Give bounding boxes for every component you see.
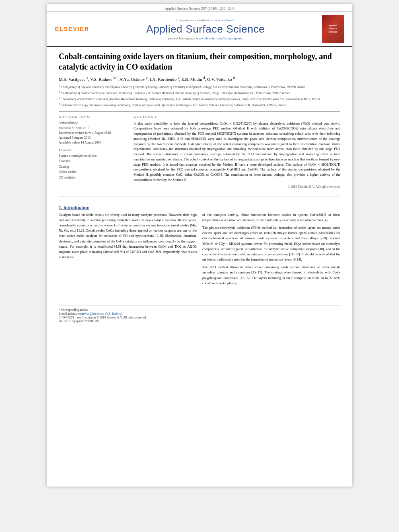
elsevier-logo-area: ELSEVIER <box>53 21 89 37</box>
intro-two-col: Catalysts based on noble metals are wide… <box>59 212 340 288</box>
header-banner: ELSEVIER Contents lists available at Sci… <box>47 12 352 47</box>
homepage-line: journal homepage: www.elsevier.com/locat… <box>89 36 322 40</box>
page: Applied Surface Science 257 (2010) 1239–… <box>47 4 352 487</box>
revised-date: Received in revised form 4 August 2010 <box>59 131 123 136</box>
article-info-col: ARTICLE INFO Article history: Received 2… <box>59 115 127 189</box>
main-body: 1. Introduction Catalysts based on noble… <box>47 197 352 296</box>
affiliation-c: c c Laboratory of Electron Structure and… <box>59 96 340 101</box>
intro-right-para2: The plasma-electrolytic oxidation (PEO) … <box>202 225 340 262</box>
abstract-col: ABSTRACT In this study possibility to fo… <box>134 115 340 189</box>
affiliation-d: d d Electron Microscopy and Image Proces… <box>59 102 340 107</box>
intro-right-para3: The PEO method allows to obtain cobalt-c… <box>202 265 340 286</box>
intro-right-col: of the catalysts activity. Since interac… <box>202 212 340 288</box>
abstract-label: ABSTRACT <box>134 115 340 119</box>
article-history: Article history: Received 27 April 2010 … <box>59 121 123 145</box>
elsevier-tree-icon <box>53 21 53 37</box>
copyright-notice: © 2010 Elsevier B.V. All rights reserved… <box>134 185 340 189</box>
keyword-5: CO oxidation <box>59 175 123 181</box>
article-body: Cobalt-containing oxide layers on titani… <box>47 47 352 197</box>
received-date: Received 27 April 2010 <box>59 126 123 131</box>
elsevier-wordmark: ELSEVIER <box>55 26 89 32</box>
available-date: Available online 14 August 2010 <box>59 140 123 145</box>
contents-line: Contents lists available at ScienceDirec… <box>89 18 322 22</box>
footnote-divider <box>59 306 340 306</box>
intro-heading: 1. Introduction <box>59 205 340 210</box>
affiliation-b: b b Laboratory of Plasma-Electrolytic Pr… <box>59 90 340 95</box>
history-label: Article history: <box>59 121 123 125</box>
journal-cover-thumb: appliedsurfacescience <box>322 15 344 43</box>
authors-line: M.S. Vasilyeva a, V.S. Rudnev b,*, A.Yu.… <box>59 76 340 82</box>
copyright-footer: 0169-4332/$ – see front matter © 2010 El… <box>59 316 340 319</box>
homepage-url[interactable]: www.elsevier.com/locate/apsusc <box>196 36 243 40</box>
keywords-section: Keywords: Plasma-electrolytic oxidation … <box>59 148 123 181</box>
journal-title: Applied Surface Science <box>89 23 322 35</box>
keyword-2: Titanium <box>59 158 123 164</box>
email-line: E-mail address: rudnevvs@ich.dvo.ru (V.S… <box>59 312 340 316</box>
keyword-4: Cobalt oxides <box>59 169 123 175</box>
intro-right-para1: of the catalysts activity. Since interac… <box>202 212 340 223</box>
journal-title-area: Contents lists available at ScienceDirec… <box>89 18 322 40</box>
journal-ref: Applied Surface Science 257 (2010) 1239–… <box>47 4 352 12</box>
keyword-3: Coating <box>59 164 123 170</box>
corresponding-author: * Corresponding author. <box>59 308 340 312</box>
journal-ref-text: Applied Surface Science 257 (2010) 1239–… <box>165 6 234 10</box>
affiliations: a a Sub-faculty of Physical Chemistry an… <box>59 84 340 107</box>
footnote-section: * Corresponding author. E-mail address: … <box>47 303 352 323</box>
keywords-label: Keywords: <box>59 148 123 152</box>
article-info-label: ARTICLE INFO <box>59 115 123 119</box>
abstract-text: In this study possibility to form the la… <box>134 121 340 183</box>
intro-left-para1: Catalysts based on noble metals are wide… <box>59 212 197 260</box>
elsevier-logo: ELSEVIER <box>53 21 89 37</box>
accepted-date: Accepted 8 August 2010 <box>59 136 123 140</box>
info-abstract-section: ARTICLE INFO Article history: Received 2… <box>59 115 340 189</box>
divider-1 <box>59 111 340 112</box>
affiliation-a: a a Sub-faculty of Physical Chemistry an… <box>59 84 340 89</box>
doi-line: doi:10.1016/j.apsusc.2010.08.031 <box>59 319 340 323</box>
article-title: Cobalt-containing oxide layers on titani… <box>59 51 340 72</box>
intro-left-col: Catalysts based on noble metals are wide… <box>59 212 197 288</box>
keyword-1: Plasma-electrolytic oxidation <box>59 153 123 159</box>
journal-thumbnail-area: appliedsurfacescience <box>322 15 346 43</box>
email-address[interactable]: rudnevvs@ich.dvo.ru (V.S. Rudnev). <box>78 312 123 316</box>
sciencedirect-link[interactable]: ScienceDirect <box>214 18 234 22</box>
